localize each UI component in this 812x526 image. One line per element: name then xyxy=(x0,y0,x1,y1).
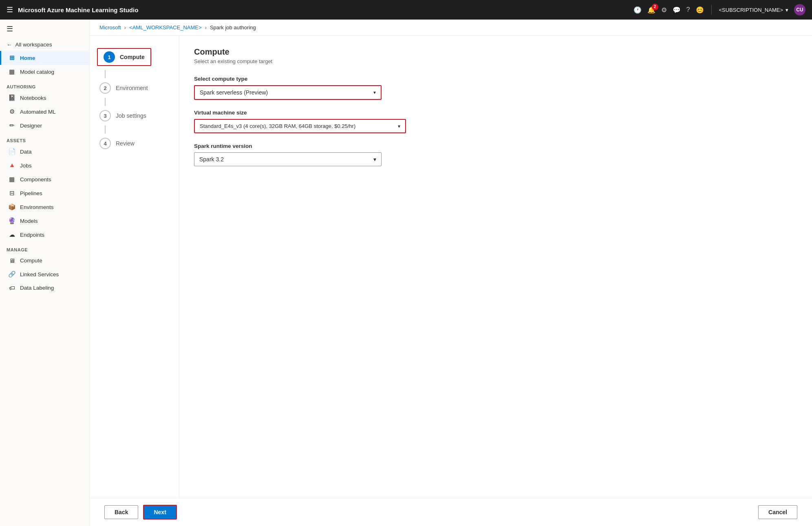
vm-size-value: Standard_E4s_v3 (4 core(s), 32GB RAM, 64… xyxy=(200,123,355,129)
sidebar-item-model-catalog[interactable]: ▦ Model catalog xyxy=(0,65,89,79)
step-3-circle: 3 xyxy=(99,110,111,121)
compute-type-chevron-icon: ▾ xyxy=(373,90,376,95)
linked-services-icon: 🔗 xyxy=(8,271,16,278)
page-subtitle: Select an existing compute target xyxy=(194,58,797,64)
compute-type-label: Select compute type xyxy=(194,76,797,82)
automated-ml-label: Automated ML xyxy=(20,109,56,115)
wizard-steps-panel: 1 Compute 2 Environment 3 Job settings 4 xyxy=(90,36,179,526)
sidebar-item-data[interactable]: 📄 Data xyxy=(0,145,89,158)
assets-section-label: Assets xyxy=(0,132,89,145)
step-2-environment[interactable]: 2 Environment xyxy=(90,78,179,98)
model-catalog-icon: ▦ xyxy=(8,68,16,75)
environments-icon: 📦 xyxy=(8,203,16,211)
breadcrumb-microsoft[interactable]: Microsoft xyxy=(99,24,121,31)
step-connector-1-2 xyxy=(105,70,106,78)
sidebar-item-home[interactable]: ⊞ Home xyxy=(0,51,89,65)
sidebar-item-automated-ml[interactable]: ⚙ Automated ML xyxy=(0,105,89,119)
endpoints-label: Endpoints xyxy=(20,232,44,238)
data-labeling-icon: 🏷 xyxy=(8,284,16,291)
settings-icon[interactable]: ⚙ xyxy=(661,6,667,14)
data-icon: 📄 xyxy=(8,148,16,155)
data-labeling-label: Data Labeling xyxy=(20,285,54,291)
environments-label: Environments xyxy=(20,204,54,210)
sidebar-item-notebooks[interactable]: 📓 Notebooks xyxy=(0,91,89,105)
top-navigation: ☰ Microsoft Azure Machine Learning Studi… xyxy=(0,0,812,20)
breadcrumb-sep-2: › xyxy=(205,24,207,31)
step-2-label: Environment xyxy=(116,85,148,91)
compute-label: Compute xyxy=(20,257,42,264)
step-connector-2-3 xyxy=(105,98,106,106)
pipelines-label: Pipelines xyxy=(20,190,42,196)
user-icon[interactable]: 😊 xyxy=(696,6,704,14)
page-title: Compute xyxy=(194,47,797,57)
back-label: All workspaces xyxy=(15,42,52,48)
endpoints-icon: ☁ xyxy=(8,231,16,238)
back-arrow-icon: ← xyxy=(7,42,12,48)
authoring-section-label: Authoring xyxy=(0,79,89,91)
models-label: Models xyxy=(20,218,38,224)
back-button[interactable]: Back xyxy=(104,505,138,519)
sidebar-item-endpoints[interactable]: ☁ Endpoints xyxy=(0,228,89,242)
jobs-icon: 🔺 xyxy=(8,162,16,169)
jobs-label: Jobs xyxy=(20,163,32,169)
notebooks-label: Notebooks xyxy=(20,95,46,101)
compute-type-section: Select compute type Spark serverless (Pr… xyxy=(194,76,797,100)
home-icon: ⊞ xyxy=(8,54,16,62)
step-4-label: Review xyxy=(116,140,135,147)
subscription-name: <SUBSCRIPTION_NAME> xyxy=(719,7,783,13)
feedback-icon[interactable]: 💬 xyxy=(673,6,681,14)
sidebar-item-jobs[interactable]: 🔺 Jobs xyxy=(0,158,89,172)
sidebar-item-data-labeling[interactable]: 🏷 Data Labeling xyxy=(0,281,89,295)
help-icon[interactable]: ? xyxy=(686,6,690,13)
components-icon: ▦ xyxy=(8,176,16,183)
history-icon[interactable]: 🕐 xyxy=(633,6,642,14)
sidebar-item-designer[interactable]: ✏ Designer xyxy=(0,119,89,132)
sidebar-item-compute[interactable]: 🖥 Compute xyxy=(0,254,89,267)
next-button[interactable]: Next xyxy=(143,505,177,519)
model-catalog-label: Model catalog xyxy=(20,69,54,75)
sidebar-hamburger-icon[interactable]: ☰ xyxy=(0,20,89,38)
subscription-selector[interactable]: <SUBSCRIPTION_NAME> ▾ xyxy=(719,7,789,13)
step-1-label: Compute xyxy=(120,54,145,60)
spark-version-chevron-icon: ▾ xyxy=(373,156,376,163)
sidebar-item-components[interactable]: ▦ Components xyxy=(0,172,89,186)
compute-type-select[interactable]: Spark serverless (Preview) ▾ xyxy=(194,85,382,100)
designer-label: Designer xyxy=(20,123,42,129)
content-panel: Compute Select an existing compute targe… xyxy=(179,36,812,526)
spark-version-section: Spark runtime version Spark 3.2 ▾ xyxy=(194,143,797,166)
cancel-button[interactable]: Cancel xyxy=(758,505,797,519)
notebooks-icon: 📓 xyxy=(8,94,16,101)
back-to-workspaces[interactable]: ← All workspaces xyxy=(0,38,89,51)
automated-ml-icon: ⚙ xyxy=(8,108,16,115)
linked-services-label: Linked Services xyxy=(20,271,59,277)
spark-version-value: Spark 3.2 xyxy=(199,156,224,163)
manage-section-label: Manage xyxy=(0,242,89,254)
vm-size-section: Virtual machine size Standard_E4s_v3 (4 … xyxy=(194,110,797,133)
step-1-compute[interactable]: 1 Compute xyxy=(97,48,151,66)
app-title: Microsoft Azure Machine Learning Studio xyxy=(18,7,138,13)
sidebar: ☰ ← All workspaces ⊞ Home ▦ Model catalo… xyxy=(0,20,90,526)
vm-size-chevron-icon: ▾ xyxy=(398,123,400,129)
notifications-icon[interactable]: 🔔 2 xyxy=(647,6,655,14)
sidebar-item-environments[interactable]: 📦 Environments xyxy=(0,200,89,214)
step-2-circle: 2 xyxy=(99,82,111,94)
step-4-review[interactable]: 4 Review xyxy=(90,134,179,153)
top-nav-left: ☰ Microsoft Azure Machine Learning Studi… xyxy=(7,5,138,14)
designer-icon: ✏ xyxy=(8,122,16,129)
top-nav-right: 🕐 🔔 2 ⚙ 💬 ? 😊 <SUBSCRIPTION_NAME> ▾ CU xyxy=(633,4,805,15)
notification-badge: 2 xyxy=(652,4,658,10)
step-1-circle: 1 xyxy=(104,51,115,63)
vm-size-label: Virtual machine size xyxy=(194,110,797,116)
components-label: Components xyxy=(20,176,51,183)
sidebar-item-linked-services[interactable]: 🔗 Linked Services xyxy=(0,267,89,281)
spark-version-select[interactable]: Spark 3.2 ▾ xyxy=(194,152,382,166)
vm-size-select[interactable]: Standard_E4s_v3 (4 core(s), 32GB RAM, 64… xyxy=(194,119,406,133)
breadcrumb-sep-1: › xyxy=(124,24,126,31)
user-avatar[interactable]: CU xyxy=(794,4,805,15)
sidebar-item-models[interactable]: 🔮 Models xyxy=(0,214,89,228)
sidebar-item-pipelines[interactable]: ⊟ Pipelines xyxy=(0,186,89,200)
step-3-job-settings[interactable]: 3 Job settings xyxy=(90,106,179,125)
hamburger-icon[interactable]: ☰ xyxy=(7,5,13,14)
breadcrumb-workspace[interactable]: <AML_WORKSPACE_NAME> xyxy=(129,24,201,31)
app-body: ☰ ← All workspaces ⊞ Home ▦ Model catalo… xyxy=(0,20,812,526)
